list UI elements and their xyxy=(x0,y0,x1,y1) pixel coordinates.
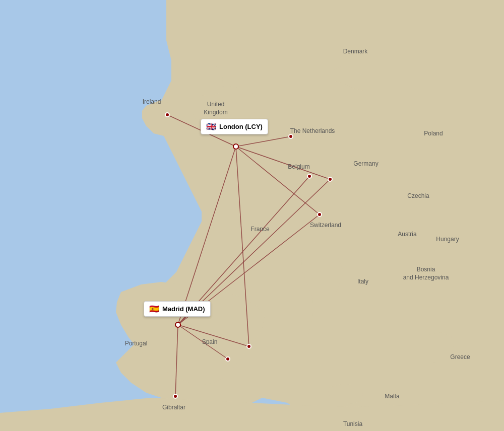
map-container: 🇬🇧 London (LCY) 🇪🇸 Madrid (MAD) Ireland … xyxy=(0,0,504,431)
city-dot-ireland[interactable] xyxy=(165,112,170,117)
city-dot-spain-east1[interactable] xyxy=(246,344,251,349)
city-dot-germany[interactable] xyxy=(328,177,333,182)
airport-label-lcy[interactable]: 🇬🇧 London (LCY) xyxy=(201,119,268,134)
city-dot-spain-east2[interactable] xyxy=(225,356,230,362)
airport-name-lcy: London (LCY) xyxy=(219,123,263,130)
airport-label-mad[interactable]: 🇪🇸 Madrid (MAD) xyxy=(144,301,211,317)
city-dot-gibraltar[interactable] xyxy=(173,394,178,399)
city-dot-mad[interactable] xyxy=(175,322,181,328)
city-dot-netherlands[interactable] xyxy=(288,134,293,139)
city-dot-lcy[interactable] xyxy=(233,143,239,150)
city-dot-belgium[interactable] xyxy=(307,174,312,179)
flag-spain: 🇪🇸 xyxy=(149,304,159,314)
flag-uk: 🇬🇧 xyxy=(206,122,216,131)
map-background xyxy=(0,0,504,431)
airport-name-mad: Madrid (MAD) xyxy=(162,305,205,313)
city-dot-switzerland[interactable] xyxy=(317,212,322,217)
